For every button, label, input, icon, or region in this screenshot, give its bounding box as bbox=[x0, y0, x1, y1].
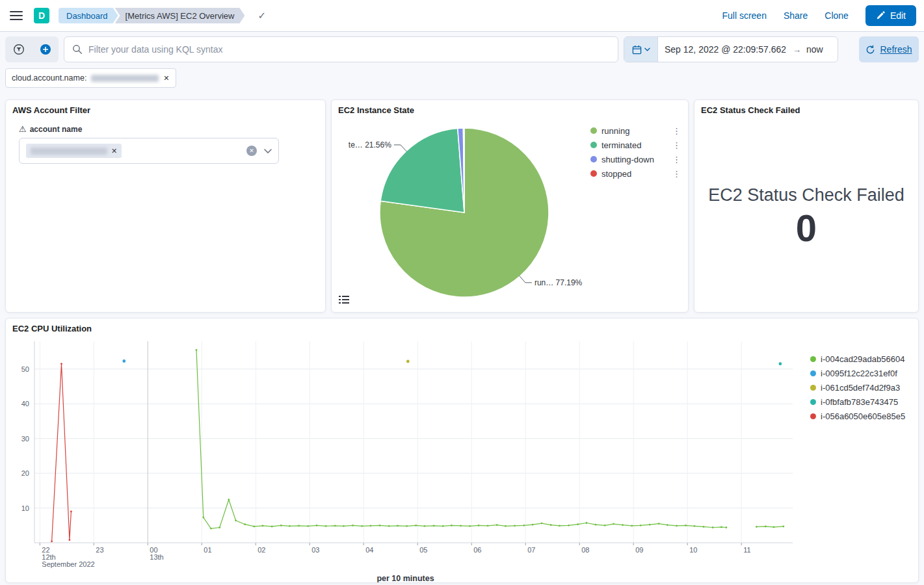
series-point-i-004cad29adab56604[interactable] bbox=[370, 525, 372, 526]
series-point-i-004cad29adab56604[interactable] bbox=[726, 526, 728, 528]
series-point-i-004cad29adab56604[interactable] bbox=[783, 526, 785, 528]
series-point-i-004cad29adab56604[interactable] bbox=[577, 523, 579, 525]
series-point-i-004cad29adab56604[interactable] bbox=[720, 526, 722, 528]
series-point-i-004cad29adab56604[interactable] bbox=[604, 525, 606, 526]
series-point-i-004cad29adab56604[interactable] bbox=[595, 524, 597, 526]
series-point-i-004cad29adab56604[interactable] bbox=[262, 525, 264, 526]
series-point-i-0095f12c22c31ef0f[interactable] bbox=[122, 359, 125, 363]
combobox-chevron-down-icon[interactable] bbox=[264, 149, 272, 153]
series-point-i-004cad29adab56604[interactable] bbox=[334, 525, 336, 526]
series-point-i-004cad29adab56604[interactable] bbox=[433, 525, 435, 526]
series-point-i-004cad29adab56604[interactable] bbox=[586, 522, 588, 524]
menu-icon[interactable] bbox=[8, 7, 25, 24]
pie-slice-terminated[interactable] bbox=[380, 128, 464, 213]
legend-item-i-056a6050e605e85e5[interactable]: i-056a6050e605e85e5 bbox=[810, 409, 913, 423]
series-point-i-004cad29adab56604[interactable] bbox=[244, 523, 246, 525]
date-range-end[interactable]: now bbox=[801, 44, 831, 55]
series-point-i-004cad29adab56604[interactable] bbox=[316, 525, 318, 526]
series-point-i-004cad29adab56604[interactable] bbox=[406, 525, 408, 527]
legend-item-i-0095f12c22c31ef0f[interactable]: i-0095f12c22c31ef0f bbox=[810, 366, 913, 380]
filter-menu-icon[interactable] bbox=[5, 36, 32, 62]
series-point-i-004cad29adab56604[interactable] bbox=[460, 525, 462, 526]
legend-item-actions-icon[interactable]: ⋮ bbox=[670, 140, 683, 150]
series-point-i-004cad29adab56604[interactable] bbox=[442, 525, 444, 527]
series-point-i-056a6050e605e85e5[interactable] bbox=[70, 511, 72, 513]
series-point-i-004cad29adab56604[interactable] bbox=[541, 523, 543, 525]
date-picker[interactable]: Sep 12, 2022 @ 22:09:57.662 → now bbox=[624, 36, 838, 62]
series-point-i-004cad29adab56604[interactable] bbox=[514, 525, 516, 526]
series-point-i-004cad29adab56604[interactable] bbox=[424, 525, 426, 527]
series-point-i-004cad29adab56604[interactable] bbox=[253, 526, 255, 528]
filter-pill[interactable]: cloud.account.name: ✕ bbox=[5, 68, 176, 88]
account-name-combobox[interactable]: ✕ ✕ bbox=[19, 138, 279, 164]
series-point-i-004cad29adab56604[interactable] bbox=[505, 525, 507, 527]
series-point-i-004cad29adab56604[interactable] bbox=[676, 525, 678, 526]
legend-toggle-icon[interactable] bbox=[337, 292, 351, 307]
series-point-i-004cad29adab56604[interactable] bbox=[352, 525, 354, 526]
pie-chart[interactable]: run… 77.19%te… 21.56% bbox=[337, 116, 590, 304]
series-point-i-004cad29adab56604[interactable] bbox=[765, 526, 767, 528]
selected-account-pill[interactable]: ✕ bbox=[26, 144, 122, 158]
breadcrumb-dashboard[interactable]: Dashboard bbox=[59, 8, 118, 23]
series-point-i-004cad29adab56604[interactable] bbox=[613, 523, 614, 525]
series-point-i-004cad29adab56604[interactable] bbox=[379, 525, 381, 526]
series-point-i-004cad29adab56604[interactable] bbox=[532, 524, 534, 526]
series-point-i-004cad29adab56604[interactable] bbox=[523, 525, 525, 526]
series-point-i-004cad29adab56604[interactable] bbox=[559, 525, 561, 526]
series-point-i-004cad29adab56604[interactable] bbox=[694, 525, 696, 527]
legend-item-terminated[interactable]: terminated⋮ bbox=[590, 138, 683, 152]
series-point-i-061cd5def74d2f9a3[interactable] bbox=[406, 360, 410, 363]
series-point-i-004cad29adab56604[interactable] bbox=[218, 526, 220, 528]
series-line-i-056a6050e605e85e5[interactable] bbox=[52, 364, 72, 541]
legend-item-i-0fbfafb783e743475[interactable]: i-0fbfafb783e743475 bbox=[810, 395, 913, 409]
series-point-i-004cad29adab56604[interactable] bbox=[388, 525, 390, 527]
breadcrumb-current-dashboard[interactable]: [Metrics AWS] EC2 Overview bbox=[115, 8, 245, 23]
series-point-i-0fbfafb783e743475[interactable] bbox=[779, 362, 782, 365]
share-link[interactable]: Share bbox=[784, 10, 808, 21]
series-point-i-004cad29adab56604[interactable] bbox=[756, 526, 758, 528]
cpu-chart[interactable]: 10203040502212thSeptember 2022230013th01… bbox=[11, 335, 800, 571]
series-point-i-004cad29adab56604[interactable] bbox=[622, 524, 624, 526]
series-line-i-004cad29adab56604[interactable] bbox=[756, 526, 784, 527]
series-point-i-004cad29adab56604[interactable] bbox=[361, 525, 363, 527]
series-point-i-004cad29adab56604[interactable] bbox=[228, 499, 230, 500]
add-filter-icon[interactable] bbox=[32, 36, 59, 62]
series-point-i-004cad29adab56604[interactable] bbox=[496, 524, 498, 526]
clone-link[interactable]: Clone bbox=[825, 10, 849, 21]
series-point-i-004cad29adab56604[interactable] bbox=[202, 517, 204, 519]
legend-item-i-061cd5def74d2f9a3[interactable]: i-061cd5def74d2f9a3 bbox=[810, 380, 913, 395]
series-point-i-056a6050e605e85e5[interactable] bbox=[69, 539, 71, 541]
deployment-logo[interactable]: D bbox=[34, 8, 49, 23]
remove-filter-icon[interactable]: ✕ bbox=[163, 74, 169, 83]
series-point-i-004cad29adab56604[interactable] bbox=[667, 524, 668, 526]
series-point-i-004cad29adab56604[interactable] bbox=[397, 525, 399, 526]
series-point-i-004cad29adab56604[interactable] bbox=[415, 525, 417, 526]
full-screen-link[interactable]: Full screen bbox=[722, 10, 766, 21]
series-point-i-004cad29adab56604[interactable] bbox=[658, 523, 660, 525]
series-point-i-004cad29adab56604[interactable] bbox=[280, 525, 282, 526]
series-point-i-004cad29adab56604[interactable] bbox=[289, 525, 291, 527]
series-point-i-056a6050e605e85e5[interactable] bbox=[51, 541, 53, 543]
series-point-i-004cad29adab56604[interactable] bbox=[325, 525, 327, 527]
series-line-i-004cad29adab56604[interactable] bbox=[196, 350, 726, 528]
series-point-i-056a6050e605e85e5[interactable] bbox=[60, 363, 62, 365]
series-point-i-004cad29adab56604[interactable] bbox=[550, 524, 552, 526]
search-input[interactable] bbox=[88, 44, 610, 55]
legend-item-actions-icon[interactable]: ⋮ bbox=[670, 126, 683, 136]
series-point-i-004cad29adab56604[interactable] bbox=[478, 525, 480, 526]
series-point-i-004cad29adab56604[interactable] bbox=[196, 349, 198, 351]
legend-item-actions-icon[interactable]: ⋮ bbox=[670, 169, 683, 179]
legend-item-stopped[interactable]: stopped⋮ bbox=[590, 166, 683, 181]
series-point-i-004cad29adab56604[interactable] bbox=[649, 524, 651, 526]
series-point-i-004cad29adab56604[interactable] bbox=[568, 525, 570, 526]
series-point-i-004cad29adab56604[interactable] bbox=[703, 526, 705, 528]
series-point-i-004cad29adab56604[interactable] bbox=[271, 526, 273, 528]
series-point-i-004cad29adab56604[interactable] bbox=[773, 526, 775, 528]
series-point-i-004cad29adab56604[interactable] bbox=[451, 525, 453, 526]
legend-item-shutting-down[interactable]: shutting-down⋮ bbox=[590, 152, 683, 166]
series-point-i-004cad29adab56604[interactable] bbox=[631, 525, 633, 526]
edit-button[interactable]: Edit bbox=[865, 5, 916, 26]
series-point-i-004cad29adab56604[interactable] bbox=[487, 525, 489, 526]
legend-item-running[interactable]: running⋮ bbox=[590, 124, 683, 138]
calendar-button[interactable] bbox=[624, 37, 658, 62]
